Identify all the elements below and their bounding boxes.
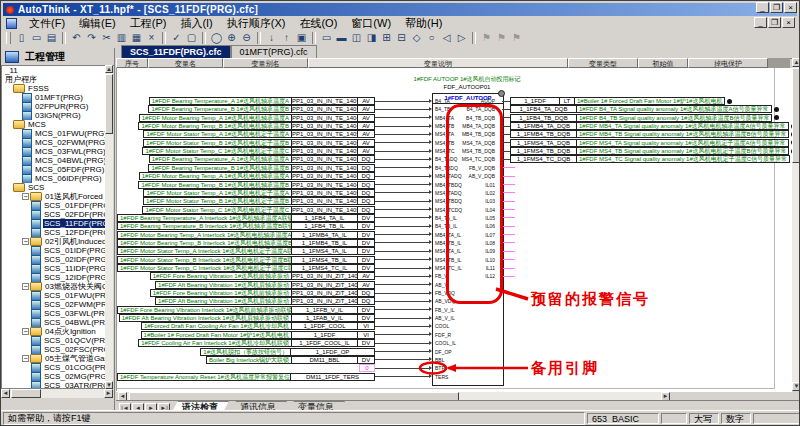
output-signal-box[interactable]: 1_1FMS4_TC_DQB: [510, 155, 577, 163]
tree-item[interactable]: SCS_01IDF(PRG): [2, 246, 105, 255]
input-signal-box[interactable]: 1_1FAB_V_IL: [291, 314, 358, 322]
tree-item[interactable]: SCS_01FDF(PRG): [2, 201, 105, 210]
input-signal-box[interactable]: PP1_03_IN_IN_ZIT_1401B: [291, 281, 358, 289]
toolbar-grip[interactable]: [6, 32, 11, 44]
input-desc-box[interactable]: 1#FDF Motor Stator Temp_B Interlock 1#送风…: [117, 256, 292, 264]
input-type-box[interactable]: DV: [357, 356, 375, 364]
child-document-icon[interactable]: [6, 18, 17, 29]
tree-item[interactable]: SCS_11IDF(PRG): [2, 264, 105, 273]
input-desc-box[interactable]: 1#FDF Aft Bearing Vibration Interlock 1#…: [119, 314, 292, 322]
input-type-box[interactable]: DQ: [357, 181, 375, 189]
input-type-box[interactable]: DV: [357, 222, 375, 230]
input-type-box[interactable]: AV: [357, 130, 375, 138]
download-icon[interactable]: ↓: [264, 31, 279, 45]
input-type-box[interactable]: AV: [357, 272, 375, 280]
close-icon[interactable]: ×: [784, 2, 797, 13]
doc-tab-0[interactable]: SCS_11FDF(PRG).cfc: [121, 45, 231, 58]
tree-item[interactable]: SCS_01COG(PRG): [2, 363, 105, 372]
zoom-out-icon[interactable]: ⊖: [239, 31, 254, 45]
child-minimize-icon[interactable]: _: [754, 17, 767, 28]
column-header-0[interactable]: 序号: [116, 58, 148, 68]
tree-item[interactable]: _11: [2, 66, 105, 75]
input-signal-box[interactable]: 1_1FB4_TB_IL: [291, 222, 358, 230]
tree-item[interactable]: MCS_06IDF(PRG): [2, 174, 105, 183]
menu-item-5[interactable]: 在线(O): [292, 17, 344, 30]
input-desc-box[interactable]: Boiler Big Interlock锅炉大联锁: [206, 356, 292, 364]
input-signal-box[interactable]: PP1_03_IN_IN_TE_1405A: [291, 189, 358, 197]
tree-item[interactable]: SCS_01QCV(PRG): [2, 336, 105, 345]
input-signal-box[interactable]: PP1_03_IN_IN_TE_1404B: [291, 122, 358, 130]
input-desc-box[interactable]: 1#FDF Motor Bearing Temp_B 1#送风机电机轴承温度B: [138, 122, 292, 130]
input-signal-box[interactable]: PP1_03_IN_IN_TE_1404A: [291, 172, 358, 180]
cfc-canvas[interactable]: 1#FDF_AUTOOP1#FDF AUTOOP 1#送风机自动投用标记FDF_…: [116, 68, 792, 391]
input-desc-box[interactable]: 1#FDF Motor Bearing Temp_A 1#送风机电机轴承温度A: [139, 114, 292, 122]
input-signal-box[interactable]: DM11_BBL: [291, 356, 358, 364]
input-type-box[interactable]: VI: [357, 331, 375, 339]
tree-item[interactable]: MCS: [2, 120, 105, 129]
input-desc-box[interactable]: 1#FDF Motor Stator Temp_A 1#送风机电机定子温度A: [143, 189, 292, 197]
tree-item[interactable]: SCS_02FWM(PRG): [2, 300, 105, 309]
child-close-icon[interactable]: ×: [782, 17, 795, 28]
input-type-box[interactable]: AV: [357, 139, 375, 147]
output-signal-box[interactable]: 1_1FB4_TA_DQB: [510, 105, 577, 113]
block-tool-2-icon[interactable]: ▬: [334, 31, 349, 45]
input-signal-box[interactable]: PP1_03_IN_IN_ZIT_1401A: [291, 272, 358, 280]
collapse-icon[interactable]: −: [22, 283, 29, 290]
column-header-4[interactable]: 变量类型: [568, 58, 638, 68]
scroll-right-icon[interactable]: ►: [104, 389, 113, 398]
input-signal-box[interactable]: PP1_03_IN_IN_TE_1404B: [291, 181, 358, 189]
tree-item[interactable]: MCS_05FDF(PRG): [2, 165, 105, 174]
output-signal-box[interactable]: 1_1FMS4_TA_DQB: [510, 139, 577, 147]
input-type-box[interactable]: DQ: [357, 155, 375, 163]
scroll-left-icon[interactable]: ◄: [1, 389, 10, 398]
input-desc-box[interactable]: 1#FDF Bearing Temperature_A 1#送风机轴承温度A: [149, 97, 292, 105]
tree-item[interactable]: FSSS: [2, 84, 105, 93]
input-desc-box[interactable]: 1#FDF Motor Stator Temp_B 1#送风机电机定子温度B: [143, 139, 292, 147]
input-type-box[interactable]: DQ: [357, 289, 375, 297]
input-signal-box[interactable]: PP1_03_IN_IN_TE_1403B: [291, 105, 358, 113]
input-signal-box[interactable]: 1_1FMB4_TB_IL: [291, 239, 358, 247]
input-signal-box[interactable]: PP1_03_IN_IN_TE_1403A: [291, 155, 358, 163]
tree-item[interactable]: MCS_03FWL(PRG): [2, 147, 105, 156]
input-desc-box[interactable]: 1#FDF Bearing Temperature_B Interlock 1#…: [117, 222, 292, 230]
input-desc-box[interactable]: 1#FDF Bearing Temperature_A Interlock 1#…: [117, 214, 292, 222]
tree-item[interactable]: −04点火Ignition: [2, 327, 105, 336]
block-tool-3-icon[interactable]: ◫: [349, 31, 364, 45]
input-signal-box[interactable]: PP1_03_IN_IN_TE_1403B: [291, 164, 358, 172]
block-tool-6-icon[interactable]: ⊟: [394, 31, 409, 45]
tree-item[interactable]: −01送风机Forced Draft F: [2, 192, 105, 201]
input-signal-box[interactable]: 1_1FMS4_TA_IL: [291, 247, 358, 255]
input-signal-box[interactable]: 1_1FMB4_TA_IL: [291, 231, 358, 239]
input-desc-box[interactable]: 1#FDF Motor Bearing Temp_B 1#送风机电机轴承温度B: [138, 181, 292, 189]
scroll-up-icon[interactable]: ▲: [792, 58, 800, 67]
input-type-box[interactable]: AV: [357, 105, 375, 113]
paste-icon[interactable]: ▦: [129, 31, 144, 45]
input-desc-box[interactable]: 1#Boiler 1# Forced Draft Fan Motor 1#炉1#…: [141, 331, 292, 339]
restore-icon[interactable]: ❐: [770, 2, 783, 13]
input-desc-box[interactable]: 1#FDF Aft Bearing Vibration 1#送风机后轴承振动: [155, 297, 292, 305]
doc-tab-1[interactable]: 01MFT(PRG).cfc: [231, 45, 317, 58]
input-desc-box[interactable]: 1#FDF Fore Bearing Vibration 1#送风机前轴承振动: [150, 272, 292, 280]
cut-icon[interactable]: ✂: [99, 31, 114, 45]
input-signal-box[interactable]: 1_1FDF_COOL: [291, 322, 358, 330]
output-desc-box[interactable]: 1#FDF MS4_TA Signal quality anomaly 1#送风…: [576, 139, 789, 147]
tree-item[interactable]: SCS_12IDF(PRG): [2, 273, 105, 282]
output-desc-box[interactable]: 1#FDF B4_TB Signal quality anomaly 1#送风机…: [576, 114, 772, 122]
input-desc-box[interactable]: 1#FDF Motor Stator Temp_C 1#送风机电机定子温度C: [142, 206, 292, 214]
flag-1-icon[interactable]: ⚑: [479, 31, 494, 45]
scroll-up-icon[interactable]: ▲: [105, 65, 113, 73]
block-badge-icon[interactable]: [498, 90, 505, 97]
new-icon[interactable]: ▯: [14, 31, 29, 45]
output-desc-box[interactable]: 1#FDF MS4_TB Signal quality anomaly 1#送风…: [576, 147, 789, 155]
input-type-box[interactable]: AV: [357, 122, 375, 130]
monitor-icon[interactable]: ▣: [294, 31, 309, 45]
input-type-box[interactable]: DQ: [357, 172, 375, 180]
input-type-box[interactable]: AV: [357, 281, 375, 289]
block-tool-10-icon[interactable]: ▷: [454, 31, 469, 45]
input-type-box[interactable]: DQ: [357, 297, 375, 305]
tree-vscroll-thumb[interactable]: [105, 74, 113, 134]
input-signal-box[interactable]: PP1_03_IN_IN_TE_1405B: [291, 197, 358, 205]
input-type-box[interactable]: DQ: [357, 206, 375, 214]
column-header-1[interactable]: 变量名: [148, 58, 223, 68]
input-type-box[interactable]: VI: [357, 322, 375, 330]
